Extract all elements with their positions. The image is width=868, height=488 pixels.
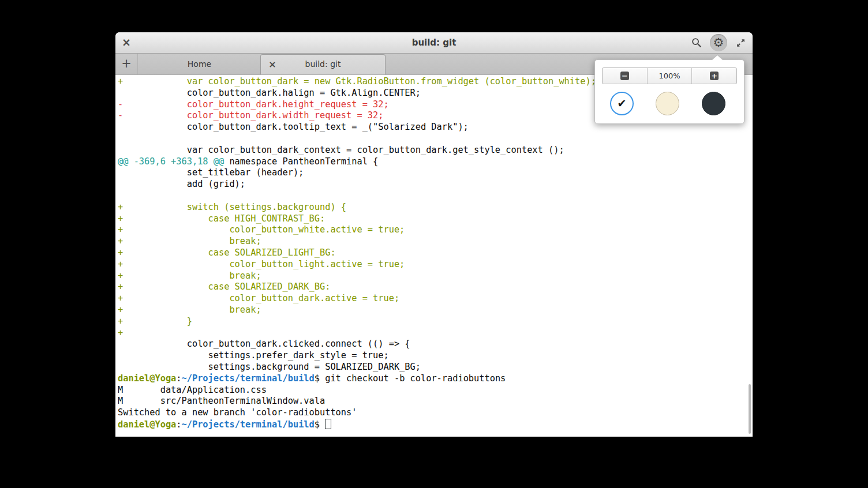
theme-button-solarized-dark[interactable] — [702, 92, 725, 115]
new-tab-button[interactable]: + — [115, 54, 137, 74]
terminal-line: + color_button_white.active = true; — [118, 224, 753, 236]
terminal-line: daniel@Yoga:~/Projects/terminal/build$ — [118, 419, 753, 430]
titlebar-actions: ⚙ — [688, 32, 749, 53]
terminal-line: + — [118, 328, 753, 339]
check-icon: ✔ — [618, 98, 627, 109]
titlebar[interactable]: × build: git ⚙ — [115, 32, 753, 54]
terminal-line: + color_button_light.active = true; — [118, 259, 753, 271]
plus-icon: + — [710, 72, 719, 80]
terminal-line: add (grid); — [118, 179, 753, 190]
tab-build-git[interactable]: × build: git — [260, 54, 386, 74]
terminal-line: + switch (settings.background) { — [118, 202, 753, 213]
theme-button-solarized-light[interactable] — [656, 92, 679, 115]
terminal-line: Switched to a new branch 'color-radiobut… — [118, 407, 753, 419]
terminal-line — [118, 190, 753, 202]
terminal-line: daniel@Yoga:~/Projects/terminal/build$ g… — [118, 373, 753, 385]
terminal-line: + color_button_dark.active = true; — [118, 293, 753, 305]
zoom-control: − 100% + — [602, 67, 737, 84]
desktop: × build: git ⚙ — [0, 0, 868, 488]
tab-home[interactable]: Home — [137, 54, 261, 74]
terminal-cursor — [325, 419, 331, 429]
tab-build-git-label: build: git — [305, 59, 341, 69]
settings-popover: − 100% + ✔ — [594, 59, 744, 124]
minus-icon: − — [620, 72, 629, 80]
tab-home-label: Home — [188, 59, 211, 69]
terminal-line: M data/Application.css — [118, 385, 753, 396]
expand-icon[interactable] — [732, 34, 749, 51]
terminal-line: + case SOLARIZED_LIGHT_BG: — [118, 247, 753, 259]
window-title: build: git — [115, 32, 753, 53]
terminal-line: settings.background = SOLARIZED_DARK_BG; — [118, 362, 753, 373]
terminal-line: + break; — [118, 236, 753, 247]
terminal-view[interactable]: + var color_button_dark = new Gtk.RadioB… — [115, 75, 753, 437]
zoom-out-button[interactable]: − — [603, 68, 647, 84]
terminal-line: + case HIGH_CONTRAST_BG: — [118, 213, 753, 225]
terminal-line: + break; — [118, 271, 753, 282]
zoom-in-button[interactable]: + — [691, 68, 736, 84]
zoom-level[interactable]: 100% — [647, 68, 692, 84]
zoom-level-value: 100% — [659, 72, 680, 80]
popover-arrow — [711, 54, 724, 60]
terminal-line: var color_button_dark_context = color_bu… — [118, 145, 753, 156]
terminal-line: + case SOLARIZED_DARK_BG: — [118, 281, 753, 293]
search-icon[interactable] — [688, 34, 705, 51]
tab-close-icon[interactable]: × — [267, 55, 278, 74]
gear-icon[interactable]: ⚙ — [710, 34, 727, 51]
theme-button-high-contrast[interactable]: ✔ — [610, 92, 634, 115]
terminal-line: settings.prefer_dark_style = true; — [118, 350, 753, 362]
scrollbar-thumb[interactable] — [749, 384, 751, 434]
terminal-output: + var color_button_dark = new Gtk.RadioB… — [115, 75, 753, 430]
terminal-line: M src/PantheonTerminalWindow.vala — [118, 396, 753, 407]
terminal-line: + break; — [118, 305, 753, 316]
terminal-line: set_titlebar (header); — [118, 167, 753, 179]
terminal-line: @@ -369,6 +363,18 @@ namespace PantheonT… — [118, 156, 753, 168]
terminal-line: + } — [118, 316, 753, 328]
terminal-line: color_button_dark.clicked.connect (() =>… — [118, 339, 753, 350]
terminal-line — [118, 133, 753, 145]
